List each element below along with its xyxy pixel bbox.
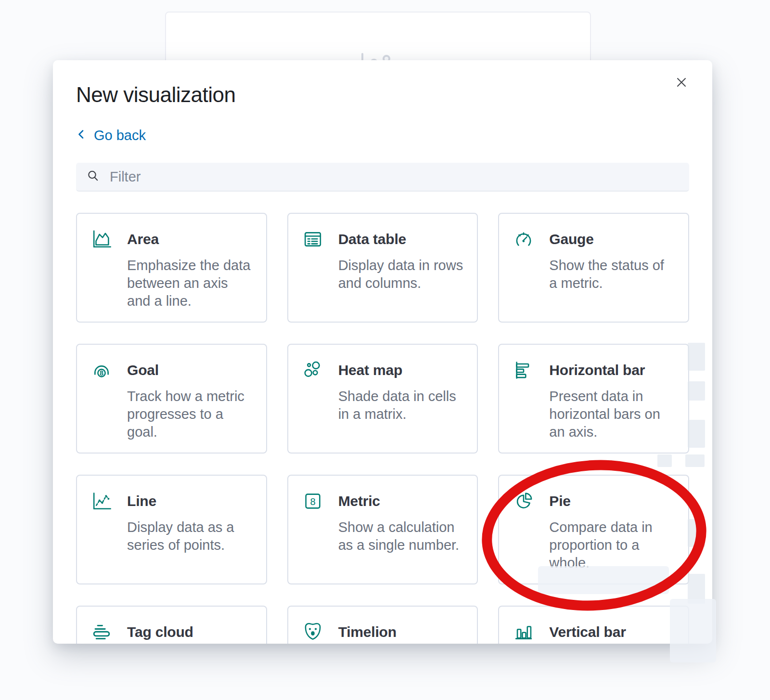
pie-chart-icon: [513, 490, 535, 512]
svg-text:8: 8: [100, 369, 103, 377]
card-title: Timelion: [338, 624, 397, 640]
backdrop-decoration: [685, 454, 705, 467]
tag-cloud-icon: [90, 621, 113, 643]
backdrop-decoration: [657, 454, 672, 467]
card-data-table[interactable]: Data table Display data in rows and colu…: [287, 213, 478, 323]
card-vertical-bar[interactable]: Vertical bar Present data in vertical ba…: [498, 606, 689, 644]
card-title: Gauge: [549, 231, 593, 247]
card-line[interactable]: Line Display data as a series of points.: [76, 475, 267, 584]
area-chart-icon: [90, 228, 113, 250]
card-title: Vertical bar: [549, 624, 626, 640]
card-description: Compare data in proportion to a whole.: [549, 519, 676, 572]
card-description: Emphasize the data between an axis and a…: [127, 257, 254, 310]
card-tag-cloud[interactable]: Tag cloud Display word frequency with fo…: [76, 606, 267, 644]
card-title: Heat map: [338, 362, 402, 378]
card-description: Show a calculation as a single number.: [338, 519, 465, 554]
data-table-icon: [302, 228, 324, 250]
goal-icon: 8: [90, 359, 113, 381]
card-title: Horizontal bar: [549, 362, 645, 378]
card-description: Display data as a series of points.: [127, 519, 254, 554]
card-area[interactable]: Area Emphasize the data between an axis …: [76, 213, 267, 323]
line-chart-icon: [90, 490, 113, 512]
gauge-icon: [513, 228, 535, 250]
go-back-link[interactable]: Go back: [76, 128, 146, 143]
card-horizontal-bar[interactable]: Horizontal bar Present data in horizonta…: [498, 344, 689, 454]
card-title: Metric: [338, 493, 380, 509]
card-title: Tag cloud: [127, 624, 193, 640]
filter-search-bar: [76, 163, 689, 192]
card-description: Show the status of a metric.: [549, 257, 676, 292]
card-title: Area: [127, 231, 159, 247]
search-icon: [86, 169, 100, 185]
card-gauge[interactable]: Gauge Show the status of a metric.: [498, 213, 689, 323]
backdrop-decoration: [688, 343, 705, 371]
new-visualization-modal: New visualization Go back Area Emph: [53, 60, 712, 644]
vertical-bar-icon: [513, 621, 535, 643]
card-title: Goal: [127, 362, 159, 378]
backdrop-decoration: [688, 381, 705, 401]
card-title: Pie: [549, 493, 570, 509]
backdrop-decoration: [688, 420, 705, 448]
svg-text:8: 8: [310, 496, 315, 507]
heat-map-icon: [302, 359, 324, 381]
page-title: New visualization: [76, 60, 689, 107]
card-timelion[interactable]: Timelion Show time series data on a grap…: [287, 606, 478, 644]
card-title: Line: [127, 493, 156, 509]
chevron-left-icon: [76, 128, 87, 143]
card-heat-map[interactable]: Heat map Shade data in cells in a matrix…: [287, 344, 478, 454]
metric-icon: 8: [302, 490, 324, 512]
card-description: Present data in horizontal bars on an ax…: [549, 388, 676, 441]
filter-input[interactable]: [109, 169, 680, 185]
timelion-icon: [302, 621, 324, 643]
card-goal[interactable]: 8 Goal Track how a metric progresses to …: [76, 344, 267, 454]
card-title: Data table: [338, 231, 406, 247]
card-metric[interactable]: 8 Metric Show a calculation as a single …: [287, 475, 478, 584]
horizontal-bar-icon: [513, 359, 535, 381]
card-description: Track how a metric progresses to a goal.: [127, 388, 254, 441]
backdrop-decoration: [688, 519, 705, 547]
go-back-label: Go back: [94, 128, 146, 143]
backdrop-decoration: [670, 599, 716, 662]
card-description: Shade data in cells in a matrix.: [338, 388, 465, 423]
backdrop-decoration: [538, 566, 669, 594]
card-description: Display data in rows and columns.: [338, 257, 465, 292]
